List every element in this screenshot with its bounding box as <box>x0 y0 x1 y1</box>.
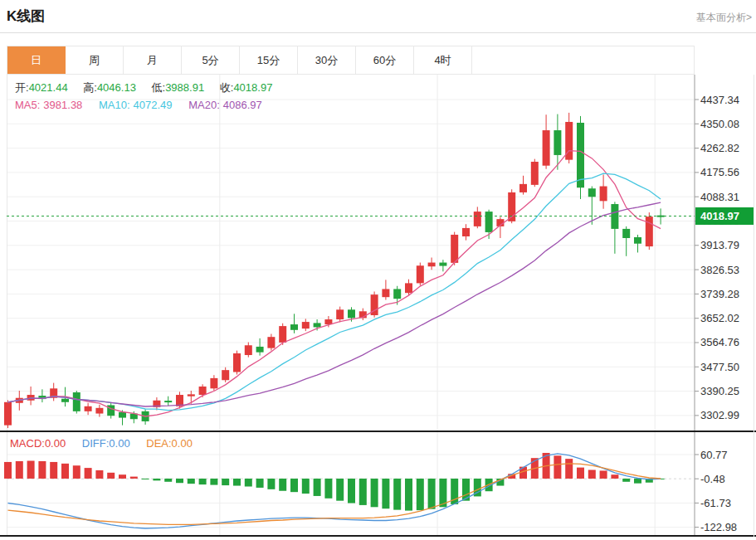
macd-hist-bar <box>600 470 607 479</box>
pane-divider-bottom <box>0 535 756 537</box>
y-axis-label: 3739.28 <box>700 288 739 300</box>
candle-body <box>199 387 207 395</box>
tab-日[interactable]: 日 <box>7 46 66 74</box>
macd-hist-bar <box>142 479 149 479</box>
candle-body <box>164 401 172 402</box>
macd-hist-bar <box>38 461 46 479</box>
candle-body <box>73 392 80 411</box>
candle-body <box>382 289 389 297</box>
candle-body <box>554 130 561 155</box>
macd-hist-bar <box>314 479 321 496</box>
candle-body <box>210 378 217 388</box>
kline-page: K线图 基本面分析> 日周月5分15分30分60分4时 4437.344350.… <box>0 0 756 540</box>
candle-body <box>634 237 641 244</box>
candle-body <box>405 283 412 293</box>
macd-hist-bar <box>222 479 229 485</box>
macd-hist-bar <box>302 479 310 494</box>
header-divider <box>0 32 756 33</box>
tab-15分[interactable]: 15分 <box>240 46 298 74</box>
main-chart-svg[interactable]: 4437.344350.084262.824175.564088.314001.… <box>0 75 756 431</box>
candle-body <box>188 394 195 396</box>
candle-body <box>85 406 92 411</box>
ma-readout: MA5:3981.38 MA10:4072.49 MA20:4086.97 <box>15 99 276 111</box>
candle-body <box>543 130 550 166</box>
candle-body <box>485 212 493 232</box>
macd-axis-label: -122.98 <box>700 521 737 533</box>
tab-60分[interactable]: 60分 <box>356 46 414 74</box>
macd-axis-label: -0.48 <box>700 473 725 485</box>
candle-body <box>428 263 436 267</box>
candle-body <box>474 212 481 226</box>
candle-body <box>95 408 103 414</box>
macd-hist-bar <box>176 479 183 483</box>
y-axis-label: 3652.02 <box>700 312 739 324</box>
tab-5分[interactable]: 5分 <box>182 46 240 74</box>
low-value: 3988.91 <box>165 81 204 94</box>
macd-hist-bar <box>554 455 561 479</box>
candle-body <box>267 337 275 348</box>
candle-body <box>600 187 607 202</box>
macd-hist-bar <box>336 479 344 501</box>
tab-周[interactable]: 周 <box>66 46 124 74</box>
ma10-label: MA10: <box>99 99 130 111</box>
macd-hist-bar <box>428 479 436 509</box>
ma10-value: 4072.49 <box>134 99 173 111</box>
candle-body <box>279 326 286 343</box>
macd-hist-bar <box>405 479 412 511</box>
macd-hist-bar <box>417 479 424 510</box>
right-border <box>754 75 754 537</box>
macd-hist-bar <box>348 479 355 504</box>
macd-hist-bar <box>153 479 160 480</box>
tab-4时[interactable]: 4时 <box>414 46 472 74</box>
macd-hist-bar <box>588 469 596 478</box>
close-value: 4018.97 <box>233 81 272 94</box>
candle-body <box>451 235 458 263</box>
candle-body <box>417 265 424 283</box>
diff-value: 0.00 <box>109 437 129 450</box>
diff-line <box>8 454 661 528</box>
macd-hist-bar <box>73 465 80 479</box>
macd-hist-bar <box>85 468 92 479</box>
macd-axis-label: 60.77 <box>700 449 728 461</box>
candle-body <box>27 395 35 401</box>
macd-hist-bar <box>393 479 401 510</box>
y-axis-label: 3302.99 <box>700 409 739 421</box>
candle-body <box>222 370 229 380</box>
macd-hist-bar <box>188 479 195 484</box>
fundamental-analysis-link[interactable]: 基本面分析> <box>696 11 752 25</box>
candle-body <box>577 123 584 187</box>
macd-hist-bar <box>210 479 217 485</box>
macd-axis-label: -61.73 <box>700 497 731 509</box>
macd-hist-bar <box>371 479 378 507</box>
macd-value: 0.00 <box>45 437 66 450</box>
candle-body <box>588 188 596 197</box>
high-value: 4046.13 <box>97 81 136 94</box>
ma20-value: 4086.97 <box>223 99 262 111</box>
candle-body <box>233 353 241 372</box>
candle-body <box>107 405 115 416</box>
macd-hist-bar <box>256 479 264 488</box>
tab-30分[interactable]: 30分 <box>298 46 356 74</box>
macd-hist-bar <box>50 462 57 479</box>
ma20-label: MA20: <box>188 99 220 111</box>
candle-body <box>646 216 653 246</box>
candle-body <box>4 402 12 426</box>
page-title: K线图 <box>7 7 45 26</box>
candle-body <box>245 345 252 355</box>
ma5-label: MA5: <box>15 99 40 111</box>
macd-hist-bar <box>622 479 630 482</box>
macd-hist-bar <box>245 479 252 487</box>
candle-body <box>290 324 298 330</box>
y-axis-label: 4437.34 <box>700 94 739 106</box>
tab-月[interactable]: 月 <box>124 46 182 74</box>
open-value: 4021.44 <box>29 81 68 94</box>
candle-body <box>622 229 630 238</box>
candle-body <box>519 184 527 192</box>
y-axis-label: 4262.82 <box>700 142 739 154</box>
current-price-tag-text: 4018.97 <box>700 210 739 222</box>
open-label: 开: <box>15 81 29 94</box>
macd-hist-bar <box>382 479 389 508</box>
close-label: 收: <box>220 81 234 94</box>
macd-hist-bar <box>359 479 367 505</box>
macd-hist-bar <box>233 479 241 486</box>
